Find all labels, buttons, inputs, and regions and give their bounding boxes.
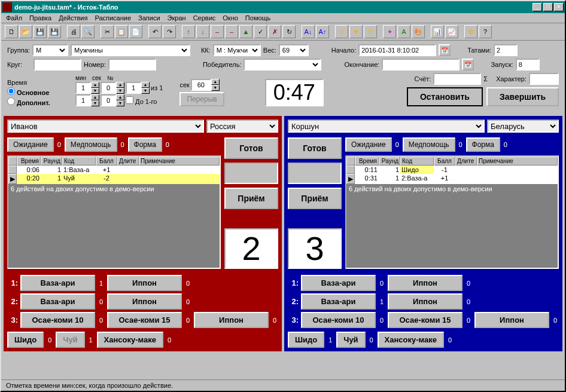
gear-icon[interactable]: ⚙ <box>464 25 477 38</box>
min-spinner[interactable]: ▲▼ <box>75 82 99 94</box>
copy-icon[interactable]: 📋 <box>115 25 128 38</box>
blue-r3-osae15[interactable]: Осае-коми 15 <box>388 312 462 328</box>
table-row[interactable]: ▶0:3112:Ваза-а+1 <box>346 174 558 184</box>
extra-min-spinner[interactable]: ▲▼ <box>75 94 99 106</box>
cut-icon[interactable]: ✂ <box>101 25 114 38</box>
character-input[interactable] <box>529 73 559 85</box>
weight-select[interactable]: 69 <box>279 44 309 56</box>
extra-sec-spinner[interactable]: ▲▼ <box>101 94 124 106</box>
delete-icon[interactable]: – <box>211 25 224 38</box>
main-time-radio[interactable]: Основное <box>7 87 73 96</box>
stop-button[interactable]: Остановить <box>407 87 483 106</box>
collapse-icon[interactable]: ✓ <box>254 25 267 38</box>
group-name-select[interactable]: Мужчины <box>71 44 190 56</box>
report-icon[interactable]: 📊 <box>431 25 444 38</box>
blue-hansoku-button[interactable]: Хансоку-маке <box>378 332 444 348</box>
menu-file[interactable]: Файл <box>6 14 22 22</box>
end-input[interactable] <box>382 59 460 71</box>
calendar2-icon[interactable]: 📅 <box>462 59 474 71</box>
menu-service[interactable]: Сервис <box>193 14 216 22</box>
launch-input[interactable] <box>516 59 540 71</box>
red-r1-ippon[interactable]: Иппон <box>107 275 182 291</box>
round-input[interactable] <box>34 59 81 71</box>
until1-checkbox[interactable]: До 1-го <box>126 96 157 105</box>
filter2-icon[interactable]: ▼ <box>349 25 363 38</box>
redo-icon[interactable]: ↷ <box>163 25 176 38</box>
blue-ready-button[interactable]: Готов <box>288 137 342 159</box>
blue-name-select[interactable]: Коршун <box>288 120 485 133</box>
filter-icon[interactable]: ▽ <box>335 25 348 38</box>
blue-waiting-button[interactable]: Ожидание <box>345 137 392 152</box>
red-events-grid[interactable]: Время Раунд Код Балл Длите Примечание 0:… <box>7 155 221 269</box>
winner-select[interactable] <box>244 59 321 71</box>
finish-button[interactable]: Завершить <box>486 87 559 106</box>
maximize-button[interactable]: □ <box>543 3 553 11</box>
paste-icon[interactable]: 📄 <box>129 25 142 38</box>
red-r1-vazaari[interactable]: Ваза-ари <box>20 275 95 291</box>
red-r2-ippon[interactable]: Иппон <box>107 293 182 310</box>
blue-shido-button[interactable]: Шидо <box>288 332 324 348</box>
tatami-input[interactable] <box>494 44 518 56</box>
red-hansoku-button[interactable]: Хансоку-маке <box>97 332 163 348</box>
help-icon[interactable]: ? <box>479 25 492 38</box>
open-icon[interactable]: 📂 <box>19 25 32 38</box>
font-icon[interactable]: A <box>397 25 410 38</box>
up-icon[interactable]: ↑ <box>182 25 195 38</box>
group-code-select[interactable]: M <box>32 44 68 56</box>
blue-technique-button[interactable]: Приём <box>288 188 342 209</box>
blue-r2-ippon[interactable]: Иппон <box>388 293 462 310</box>
start-input[interactable] <box>358 44 436 56</box>
saveall-icon[interactable]: 💾 <box>48 25 61 38</box>
refresh-icon[interactable]: ↻ <box>282 25 296 38</box>
red-r3-osae10[interactable]: Осае-коми 10 <box>20 312 95 328</box>
blue-r3-ippon[interactable]: Иппон <box>474 312 549 328</box>
calendar-icon[interactable]: 📅 <box>439 44 451 56</box>
sort2-icon[interactable]: A↑ <box>316 25 329 38</box>
red-medhelp-button[interactable]: Медпомощь <box>65 137 117 152</box>
undo-icon[interactable]: ↶ <box>148 25 162 38</box>
blue-chui-button[interactable]: Чуй <box>336 332 365 348</box>
stats-icon[interactable]: 📈 <box>445 25 458 38</box>
red-form-button[interactable]: Форма <box>128 137 162 152</box>
print-icon[interactable]: 🖨 <box>67 25 80 38</box>
red-r3-ippon[interactable]: Иппон <box>194 312 269 328</box>
menu-schedule[interactable]: Расписание <box>95 14 131 22</box>
table-row[interactable]: 0:0611:Ваза-а+1 <box>8 166 220 174</box>
blue-form-button[interactable]: Форма <box>466 137 500 152</box>
blue-country-select[interactable]: Беларусь <box>487 120 559 133</box>
kk-select[interactable]: М : Мужчи <box>213 44 261 56</box>
filter3-icon[interactable]: ▽ <box>364 25 377 38</box>
down-icon[interactable]: ↓ <box>196 25 209 38</box>
blue-events-grid[interactable]: Время Раунд Код Балл Длите Примечание 0:… <box>345 155 559 269</box>
roundno-spinner[interactable]: ▲▼ <box>126 82 150 94</box>
sec-spinner[interactable]: ▲▼ <box>101 82 124 94</box>
menu-window[interactable]: Окно <box>223 14 238 22</box>
blue-r3-osae10[interactable]: Осае-коми 10 <box>301 312 376 328</box>
red-technique-button[interactable]: Приём <box>224 188 278 209</box>
preview-icon[interactable]: 🔍 <box>81 25 95 38</box>
blue-r1-ippon[interactable]: Иппон <box>388 275 462 291</box>
menu-actions[interactable]: Действия <box>59 14 87 22</box>
table-row[interactable]: ▶0:201Чуй-2 <box>8 174 220 184</box>
blue-medhelp-button[interactable]: Медпомощь <box>403 137 455 152</box>
red-shido-button[interactable]: Шидо <box>7 332 44 348</box>
close-button[interactable]: × <box>554 3 564 11</box>
blue-r2-vazaari[interactable]: Ваза-ари <box>301 293 376 310</box>
menu-help[interactable]: Помощь <box>245 14 271 22</box>
red-r3-osae15[interactable]: Осае-коми 15 <box>107 312 182 328</box>
palette-icon[interactable]: 🎨 <box>412 25 425 38</box>
extra-time-radio[interactable]: Дополнит. <box>7 97 73 106</box>
break-button[interactable]: Перерыв <box>179 92 224 106</box>
red-country-select[interactable]: Россия <box>206 120 278 133</box>
score-input[interactable] <box>433 73 481 85</box>
minimize-button[interactable]: _ <box>532 3 542 11</box>
red-r2-vazaari[interactable]: Ваза-ари <box>20 293 95 310</box>
expand-icon[interactable]: ▲ <box>239 25 252 38</box>
menu-records[interactable]: Записи <box>138 14 160 22</box>
red-chui-button[interactable]: Чуй <box>56 332 84 348</box>
blue-r1-vazaari[interactable]: Ваза-ари <box>301 275 376 291</box>
new-icon[interactable]: 🗋 <box>5 25 18 38</box>
cancel-icon[interactable]: ✗ <box>268 25 281 38</box>
menu-edit[interactable]: Правка <box>29 14 51 22</box>
red-ready-button[interactable]: Готов <box>224 137 278 159</box>
